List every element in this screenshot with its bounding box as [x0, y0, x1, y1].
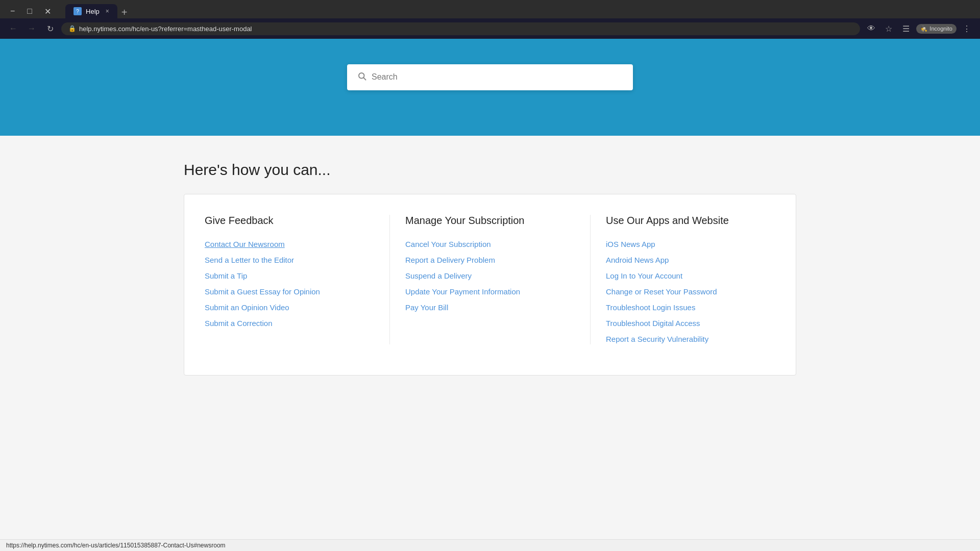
pay-bill-link[interactable]: Pay Your Bill: [405, 303, 448, 312]
send-letter-link[interactable]: Send a Letter to the Editor: [205, 256, 294, 264]
tab-bar: ? Help × +: [61, 4, 135, 18]
cards-container: Give Feedback Contact Our Newsroom Send …: [184, 194, 796, 375]
list-item: Submit a Tip: [205, 270, 374, 281]
new-tab-button[interactable]: +: [117, 7, 132, 18]
list-item: Submit a Guest Essay for Opinion: [205, 286, 374, 297]
list-item: Change or Reset Your Password: [606, 286, 775, 297]
incognito-icon: 🕵: [920, 26, 927, 32]
tab-favicon: ?: [74, 7, 82, 15]
list-item: Report a Delivery Problem: [405, 255, 575, 265]
tab-title: Help: [86, 8, 100, 15]
search-container: [347, 64, 633, 90]
browser-chrome: − □ ✕ ? Help × + ← → ↻ 🔒 help.nytimes.co…: [0, 0, 980, 39]
suspend-delivery-link[interactable]: Suspend a Delivery: [405, 271, 472, 280]
ios-news-app-link[interactable]: iOS News App: [606, 240, 655, 248]
list-item: Suspend a Delivery: [405, 270, 575, 281]
submit-opinion-video-link[interactable]: Submit an Opinion Video: [205, 303, 289, 312]
list-item: Pay Your Bill: [405, 302, 575, 313]
svg-line-1: [363, 78, 365, 80]
page-content: Here's how you can... Give Feedback Cont…: [0, 39, 980, 401]
list-item: Troubleshoot Digital Access: [606, 318, 775, 329]
search-icon: [357, 71, 366, 83]
manage-subscription-links: Cancel Your Subscription Report a Delive…: [405, 239, 575, 313]
back-button[interactable]: ←: [6, 21, 20, 36]
list-item: Send a Letter to the Editor: [205, 255, 374, 265]
forward-button[interactable]: →: [24, 21, 39, 36]
submit-tip-link[interactable]: Submit a Tip: [205, 271, 247, 280]
android-news-app-link[interactable]: Android News App: [606, 256, 669, 264]
submit-guest-essay-link[interactable]: Submit a Guest Essay for Opinion: [205, 287, 320, 296]
content-wrapper: Here's how you can... Give Feedback Cont…: [174, 161, 806, 375]
bookmark-icon[interactable]: ☆: [881, 21, 896, 36]
nav-actions: 👁 ☆ ☰ 🕵 Incognito ⋮: [864, 21, 974, 36]
log-in-link[interactable]: Log In to Your Account: [606, 271, 682, 280]
submit-correction-link[interactable]: Submit a Correction: [205, 319, 273, 328]
give-feedback-title: Give Feedback: [205, 215, 374, 227]
manage-subscription-title: Manage Your Subscription: [405, 215, 575, 227]
close-button[interactable]: ✕: [40, 6, 55, 17]
update-payment-link[interactable]: Update Your Payment Information: [405, 287, 520, 296]
give-feedback-links: Contact Our Newsroom Send a Letter to th…: [205, 239, 374, 329]
list-item: Submit an Opinion Video: [205, 302, 374, 313]
list-item: Cancel Your Subscription: [405, 239, 575, 249]
eye-slash-icon: 👁: [864, 21, 878, 36]
menu-button[interactable]: ⋮: [960, 21, 974, 36]
troubleshoot-digital-link[interactable]: Troubleshoot Digital Access: [606, 319, 700, 328]
main-content: Here's how you can... Give Feedback Cont…: [0, 136, 980, 401]
use-apps-links: iOS News App Android News App Log In to …: [606, 239, 775, 344]
tab-close-button[interactable]: ×: [106, 8, 109, 15]
manage-subscription-column: Manage Your Subscription Cancel Your Sub…: [390, 215, 591, 344]
list-item: Log In to Your Account: [606, 270, 775, 281]
use-apps-column: Use Our Apps and Website iOS News App An…: [591, 215, 775, 344]
cancel-subscription-link[interactable]: Cancel Your Subscription: [405, 240, 491, 248]
report-delivery-link[interactable]: Report a Delivery Problem: [405, 256, 495, 264]
incognito-label: Incognito: [929, 26, 952, 32]
title-bar: − □ ✕ ? Help × +: [0, 0, 980, 18]
address-bar[interactable]: 🔒 help.nytimes.com/hc/en-us?referrer=mas…: [61, 22, 860, 35]
list-item: Troubleshoot Login Issues: [606, 302, 775, 313]
list-item: Android News App: [606, 255, 775, 265]
list-item: Contact Our Newsroom: [205, 239, 374, 249]
contact-newsroom-link[interactable]: Contact Our Newsroom: [205, 240, 285, 248]
maximize-button[interactable]: □: [23, 6, 36, 17]
use-apps-title: Use Our Apps and Website: [606, 215, 775, 227]
list-item: iOS News App: [606, 239, 775, 249]
window-controls: − □ ✕: [6, 6, 55, 17]
refresh-button[interactable]: ↻: [43, 21, 57, 36]
minimize-button[interactable]: −: [6, 6, 19, 17]
section-title: Here's how you can...: [184, 161, 796, 179]
list-item: Submit a Correction: [205, 318, 374, 329]
list-item: Update Your Payment Information: [405, 286, 575, 297]
hero-section: [0, 39, 980, 136]
nav-bar: ← → ↻ 🔒 help.nytimes.com/hc/en-us?referr…: [0, 18, 980, 39]
give-feedback-column: Give Feedback Contact Our Newsroom Send …: [205, 215, 390, 344]
active-tab[interactable]: ? Help ×: [65, 4, 117, 18]
report-security-link[interactable]: Report a Security Vulnerability: [606, 335, 708, 343]
lock-icon: 🔒: [68, 25, 76, 32]
url-text: help.nytimes.com/hc/en-us?referrer=masth…: [79, 25, 252, 33]
incognito-badge: 🕵 Incognito: [916, 24, 957, 34]
troubleshoot-login-link[interactable]: Troubleshoot Login Issues: [606, 303, 695, 312]
sidebar-icon[interactable]: ☰: [899, 21, 913, 36]
search-input[interactable]: [372, 72, 623, 82]
change-reset-password-link[interactable]: Change or Reset Your Password: [606, 287, 717, 296]
list-item: Report a Security Vulnerability: [606, 334, 775, 344]
